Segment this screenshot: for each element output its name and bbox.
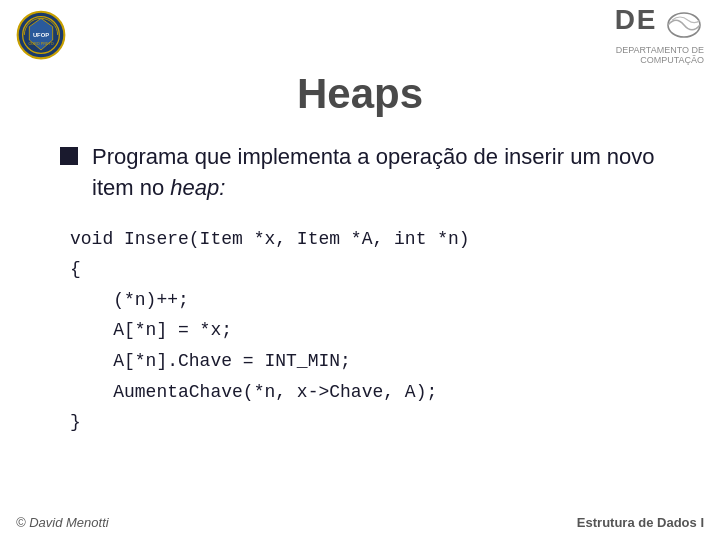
decom-text: DE (615, 4, 704, 45)
code-line-6: AumentaChave(*n, x->Chave, A); (70, 377, 660, 408)
decom-logo: DE DEPARTAMENTO DE COMPUTAÇÃO (584, 4, 704, 66)
slide-title: Heaps (60, 70, 660, 118)
ufop-emblem-icon: UFOP OURO PRETO (16, 10, 66, 60)
code-block: void Insere(Item *x, Item *A, int *n) { … (70, 224, 660, 438)
svg-text:UFOP: UFOP (33, 32, 49, 38)
code-line-4: A[*n] = *x; (70, 315, 660, 346)
code-line-1: void Insere(Item *x, Item *A, int *n) (70, 224, 660, 255)
decom-subtitle: DEPARTAMENTO DE COMPUTAÇÃO (584, 45, 704, 67)
footer: © David Menotti Estrutura de Dados I (0, 515, 720, 530)
bullet-text-main: Programa que implementa a operação de in… (92, 144, 655, 200)
footer-author: © David Menotti (16, 515, 109, 530)
code-line-2: { (70, 254, 660, 285)
italic-heap: heap: (170, 175, 225, 200)
bullet-text: Programa que implementa a operação de in… (92, 142, 660, 204)
bullet-section: Programa que implementa a operação de in… (60, 142, 660, 204)
code-line-5: A[*n].Chave = INT_MIN; (70, 346, 660, 377)
top-bar: UFOP OURO PRETO DE DEPARTAMENTO DE COMPU… (0, 0, 720, 70)
ufop-logo: UFOP OURO PRETO (16, 10, 66, 60)
decom-wave-icon (664, 5, 704, 45)
code-line-3: (*n)++; (70, 285, 660, 316)
svg-text:OURO PRETO: OURO PRETO (28, 42, 53, 46)
code-line-7: } (70, 407, 660, 438)
slide-content: Heaps Programa que implementa a operação… (0, 70, 720, 438)
bullet-icon (60, 147, 78, 165)
footer-course: Estrutura de Dados I (577, 515, 704, 530)
